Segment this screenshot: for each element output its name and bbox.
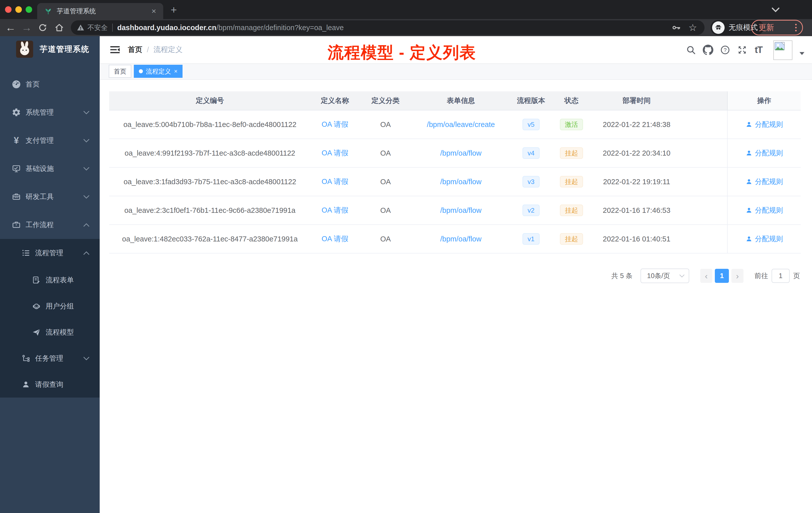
sidebar-item-process-model[interactable]: 流程模型 <box>0 319 100 345</box>
search-icon[interactable] <box>686 44 696 56</box>
password-key-icon[interactable] <box>671 23 681 32</box>
browser-menu-kebab-icon[interactable] <box>795 24 797 31</box>
cell-form-link[interactable]: /bpm/oa/leave/create <box>412 111 510 139</box>
cell-form-link[interactable]: /bpm/oa/flow <box>412 139 510 168</box>
sidebar-item-leave-query[interactable]: 请假查询 <box>0 371 100 397</box>
form-edit-icon <box>31 275 42 285</box>
assign-rule-button[interactable]: 分配规则 <box>746 120 783 129</box>
home-button[interactable] <box>53 19 66 36</box>
version-tag: v5 <box>522 119 539 130</box>
assign-rule-button[interactable]: 分配规则 <box>746 177 783 186</box>
github-icon[interactable] <box>702 44 714 56</box>
cell-name-link[interactable]: OA 请假 <box>311 139 359 168</box>
address-divider <box>112 24 113 32</box>
cell-form-link[interactable]: /bpm/oa/flow <box>412 168 510 196</box>
sidebar-item-dev-tools[interactable]: 研发工具 <box>0 183 100 211</box>
cell-name-link[interactable]: OA 请假 <box>311 225 359 253</box>
avatar[interactable] <box>773 40 792 60</box>
not-secure-label[interactable]: 不安全 <box>87 23 108 32</box>
tag-process-definition[interactable]: 流程定义 × <box>134 65 182 78</box>
help-icon[interactable]: ? <box>720 44 731 56</box>
breadcrumb-separator: / <box>147 46 149 54</box>
incognito-icon <box>712 21 725 34</box>
briefcase-icon <box>11 220 22 230</box>
collapse-sidebar-icon[interactable] <box>110 44 120 55</box>
assign-rule-button[interactable]: 分配规则 <box>746 206 783 215</box>
sidebar-item-payment[interactable]: ¥ 支付管理 <box>0 126 100 155</box>
col-header-status: 状态 <box>552 91 591 111</box>
person-icon <box>746 121 753 128</box>
cell-name-link[interactable]: OA 请假 <box>311 196 359 225</box>
sidebar-item-process-form[interactable]: 流程表单 <box>0 267 100 293</box>
cell-id: oa_leave:2:3c1f0ef1-76b1-11ec-9c66-a2380… <box>109 196 311 225</box>
fullscreen-icon[interactable] <box>737 44 748 56</box>
sidebar-item-process-management[interactable]: 流程管理 <box>0 239 100 267</box>
bookmark-star-icon[interactable]: ☆ <box>689 23 697 32</box>
assign-rule-button[interactable]: 分配规则 <box>746 234 783 244</box>
maximize-window-button[interactable] <box>26 6 32 13</box>
goto-page-input[interactable] <box>772 269 790 283</box>
cell-spacer <box>683 168 727 196</box>
col-header-form: 表单信息 <box>412 91 510 111</box>
url-host[interactable]: dashboard.yudao.iocoder.cn <box>117 24 216 32</box>
sidebar: 芋道管理系统 首页 <box>0 36 100 513</box>
workflow-submenu: 流程管理 流程表单 <box>0 239 100 397</box>
update-label[interactable]: 更新 <box>758 22 774 33</box>
current-page-button[interactable]: 1 <box>715 269 729 283</box>
monitor-icon <box>11 163 22 174</box>
tab-close-icon[interactable]: × <box>151 7 156 15</box>
back-button[interactable]: ← <box>4 19 17 36</box>
cell-time: 2022-01-22 21:48:38 <box>591 111 683 139</box>
url-path[interactable]: /bpm/manager/definition?key=oa_leave <box>216 24 344 32</box>
cell-category: OA <box>359 111 412 139</box>
cell-category: OA <box>359 139 412 168</box>
breadcrumb-home[interactable]: 首页 <box>128 45 142 55</box>
tab-strip-chevron-down-icon[interactable] <box>771 7 780 12</box>
new-tab-button[interactable]: + <box>168 4 180 16</box>
forward-button[interactable]: → <box>20 19 33 36</box>
cell-status: 激活 <box>552 111 591 139</box>
cell-spacer <box>683 139 727 168</box>
cell-name-link[interactable]: OA 请假 <box>311 111 359 139</box>
address-bar[interactable]: 不安全 dashboard.yudao.iocoder.cn/bpm/manag… <box>71 20 704 35</box>
cell-time: 2022-01-16 17:46:53 <box>591 196 683 225</box>
sidebar-item-user-group[interactable]: 用户分组 <box>0 293 100 319</box>
not-secure-warning-icon[interactable] <box>76 23 85 32</box>
cell-id: oa_leave:1:482ec033-762a-11ec-8477-a2380… <box>109 225 311 253</box>
cell-form-link[interactable]: /bpm/oa/flow <box>412 225 510 253</box>
browser-tab[interactable]: 芋道管理系统 × <box>37 3 163 19</box>
sidebar-item-workflow[interactable]: 工作流程 <box>0 211 100 239</box>
version-tag: v4 <box>522 147 539 159</box>
assign-rule-button[interactable]: 分配规则 <box>746 148 783 158</box>
cell-id: oa_leave:5:004b710b-7b8a-11ec-8ef0-acde4… <box>109 111 311 139</box>
sidebar-item-system[interactable]: 系统管理 <box>0 98 100 126</box>
next-page-button[interactable]: › <box>731 269 744 283</box>
cell-name-link[interactable]: OA 请假 <box>311 168 359 196</box>
sidebar-item-task-management[interactable]: 任务管理 <box>0 345 100 371</box>
prev-page-button[interactable]: ‹ <box>700 269 712 283</box>
avatar-caret-down-icon[interactable] <box>799 52 805 55</box>
person-icon <box>746 150 753 157</box>
col-header-time: 部署时间 <box>591 91 683 111</box>
tab-favicon-plant-icon <box>44 7 52 15</box>
browser-update-button[interactable]: 更新 <box>751 20 803 35</box>
sidebar-logo[interactable]: 芋道管理系统 <box>0 36 100 62</box>
close-window-button[interactable] <box>5 6 11 13</box>
status-tag: 挂起 <box>560 205 583 216</box>
minimize-window-button[interactable] <box>15 6 22 13</box>
font-size-icon[interactable]: tT <box>753 44 764 56</box>
cell-version: v1 <box>510 225 552 253</box>
person-icon <box>746 207 753 214</box>
page-size-select[interactable]: 10条/页 <box>640 269 689 283</box>
cell-spacer <box>683 111 727 139</box>
sidebar-item-infrastructure[interactable]: 基础设施 <box>0 155 100 183</box>
sidebar-item-home[interactable]: 首页 <box>0 70 100 98</box>
reload-button[interactable] <box>36 19 49 36</box>
tag-close-icon[interactable]: × <box>174 68 177 74</box>
broken-image-icon <box>774 41 785 52</box>
cell-form-link[interactable]: /bpm/oa/flow <box>412 196 510 225</box>
dashboard-icon <box>11 79 22 90</box>
col-header-action: 操作 <box>727 91 801 111</box>
cell-id: oa_leave:4:991f2193-7b7f-11ec-a3c8-acde4… <box>109 139 311 168</box>
tag-home[interactable]: 首页 <box>109 65 131 78</box>
